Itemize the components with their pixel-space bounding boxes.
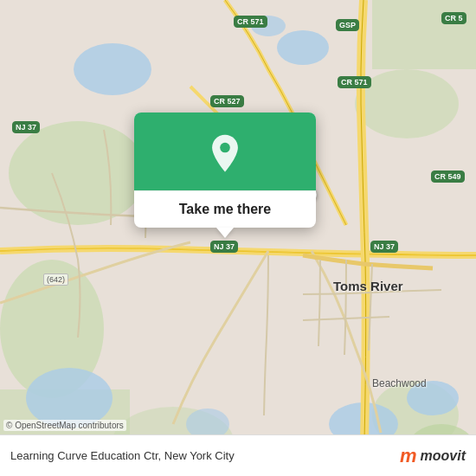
road-label-642: (642)	[43, 273, 68, 286]
svg-point-10	[277, 30, 329, 65]
location-pin-icon	[204, 133, 246, 175]
road-label-cr549: CR 549	[431, 170, 465, 183]
svg-point-9	[74, 43, 151, 95]
road-label-cr571-top: CR 571	[234, 16, 267, 28]
moovit-m-icon: m	[400, 447, 417, 466]
city-label-beachwood: Beachwood	[372, 377, 427, 389]
popup-triangle	[216, 228, 234, 238]
road-label-cr5: CR 5	[441, 12, 466, 24]
road-label-nj37-right: NJ 37	[370, 241, 398, 253]
location-name-label: Learning Curve Education Ctr, New York C…	[10, 449, 235, 462]
road-label-cr571-mid: CR 571	[338, 76, 371, 88]
popup-label-area: Take me there	[134, 190, 316, 228]
take-me-there-button[interactable]: Take me there	[148, 202, 302, 217]
bottom-bar: Learning Curve Education Ctr, New York C…	[0, 434, 476, 476]
svg-rect-3	[372, 0, 476, 69]
road-label-gsp: GSP	[336, 19, 359, 31]
road-label-cr527: CR 527	[210, 95, 244, 107]
road-label-nj37-left: NJ 37	[12, 121, 40, 133]
moovit-brand-text: moovit	[421, 448, 466, 464]
road-label-nj37-mid: NJ 37	[210, 241, 238, 253]
city-label-toms-river: Toms River	[333, 279, 403, 293]
popup-card: Take me there	[134, 113, 316, 228]
moovit-logo: m moovit	[400, 447, 466, 466]
map-background	[0, 0, 476, 476]
map-container: CR 5 CR 571 GSP CR 571 CR 527 NJ 37 CR 5…	[0, 0, 476, 476]
popup-green-header	[134, 113, 316, 190]
map-attribution: © OpenStreetMap contributors	[3, 420, 126, 431]
svg-point-16	[220, 143, 230, 153]
